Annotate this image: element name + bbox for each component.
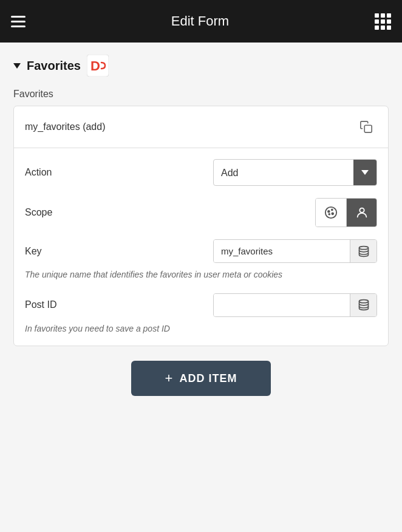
svg-rect-2 xyxy=(364,125,372,132)
key-db-button[interactable] xyxy=(350,240,376,262)
post-id-input-wrapper xyxy=(213,293,377,317)
svg-point-8 xyxy=(359,208,364,213)
copy-button[interactable] xyxy=(355,116,377,138)
svg-point-9 xyxy=(359,246,368,249)
favorites-card: my_favorites (add) Action Add Remove Tog… xyxy=(13,106,389,346)
scope-cookie-button[interactable] xyxy=(316,199,346,227)
post-id-input[interactable] xyxy=(214,294,350,316)
card-title-row: my_favorites (add) xyxy=(14,106,388,148)
key-input-wrapper xyxy=(213,239,377,263)
copy-icon xyxy=(359,120,373,134)
svg-point-4 xyxy=(328,211,330,213)
action-label: Action xyxy=(25,167,73,178)
page-title: Edit Form xyxy=(171,13,229,29)
svg-point-3 xyxy=(325,207,336,218)
cookie-icon xyxy=(324,206,338,219)
card-fields: Action Add Remove Toggle Scope xyxy=(14,148,388,346)
section-header: Favorites D xyxy=(13,55,389,77)
svg-point-7 xyxy=(329,214,330,215)
section-label: Favorites xyxy=(13,89,389,100)
key-helper-text: The unique name that identifies the favo… xyxy=(25,269,377,281)
scope-field-row: Scope xyxy=(25,198,377,227)
add-item-label: ADD ITEM xyxy=(179,372,237,385)
app-header: Edit Form xyxy=(0,0,402,43)
add-item-container: + ADD ITEM xyxy=(13,361,389,396)
scope-user-button[interactable] xyxy=(346,199,376,227)
post-id-db-button[interactable] xyxy=(350,294,376,316)
svg-point-6 xyxy=(332,213,333,214)
post-id-field-row: Post ID xyxy=(25,293,377,317)
hamburger-menu-icon[interactable] xyxy=(11,16,26,27)
section-header-title: Favorites xyxy=(27,59,81,73)
action-dropdown-wrapper: Add Remove Toggle xyxy=(213,159,377,186)
post-id-helper-text: In favorites you need to save a post ID xyxy=(25,323,377,335)
person-icon xyxy=(355,206,369,219)
d-logo-icon: D xyxy=(87,55,109,77)
scope-label: Scope xyxy=(25,207,73,218)
key-field-row: Key xyxy=(25,239,377,263)
plus-icon: + xyxy=(165,372,174,385)
database-icon xyxy=(358,245,370,257)
key-input[interactable] xyxy=(214,240,350,262)
action-field-row: Action Add Remove Toggle xyxy=(25,159,377,186)
key-label: Key xyxy=(25,246,73,257)
apps-grid-icon[interactable] xyxy=(375,13,391,30)
database-icon xyxy=(358,299,370,311)
collapse-chevron-icon[interactable] xyxy=(13,63,21,69)
chevron-down-icon xyxy=(361,170,369,175)
svg-point-10 xyxy=(359,300,368,303)
add-item-button[interactable]: + ADD ITEM xyxy=(131,361,271,396)
card-title-text: my_favorites (add) xyxy=(25,121,106,132)
svg-point-5 xyxy=(332,210,333,211)
post-id-label: Post ID xyxy=(25,299,73,310)
svg-text:D: D xyxy=(90,58,100,73)
scope-toggle-group xyxy=(315,198,377,227)
main-content: Favorites D Favorites my_favorites (add) xyxy=(0,43,402,532)
action-dropdown-arrow[interactable] xyxy=(353,160,376,185)
action-select[interactable]: Add Remove Toggle xyxy=(214,162,353,184)
